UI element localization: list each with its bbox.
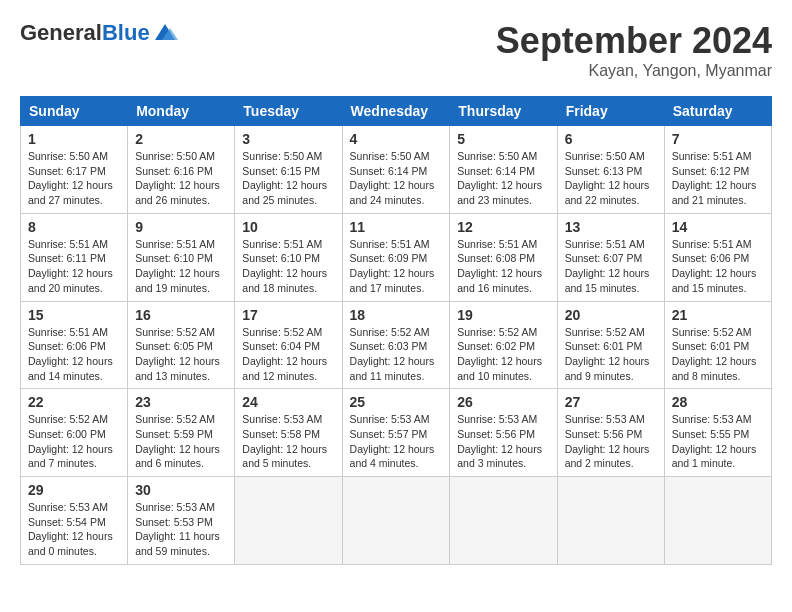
day-info: Sunrise: 5:53 AM Sunset: 5:55 PM Dayligh… (672, 412, 764, 471)
calendar-cell: 28Sunrise: 5:53 AM Sunset: 5:55 PM Dayli… (664, 389, 771, 477)
calendar-week-row: 29Sunrise: 5:53 AM Sunset: 5:54 PM Dayli… (21, 477, 772, 565)
day-info: Sunrise: 5:51 AM Sunset: 6:09 PM Dayligh… (350, 237, 443, 296)
day-number: 17 (242, 307, 334, 323)
day-number: 25 (350, 394, 443, 410)
day-info: Sunrise: 5:52 AM Sunset: 6:04 PM Dayligh… (242, 325, 334, 384)
calendar-cell: 25Sunrise: 5:53 AM Sunset: 5:57 PM Dayli… (342, 389, 450, 477)
calendar-cell: 27Sunrise: 5:53 AM Sunset: 5:56 PM Dayli… (557, 389, 664, 477)
day-info: Sunrise: 5:52 AM Sunset: 6:01 PM Dayligh… (672, 325, 764, 384)
logo-general-text: General (20, 20, 102, 46)
logo-blue-text: Blue (102, 20, 150, 46)
day-info: Sunrise: 5:52 AM Sunset: 6:02 PM Dayligh… (457, 325, 549, 384)
calendar-cell: 18Sunrise: 5:52 AM Sunset: 6:03 PM Dayli… (342, 301, 450, 389)
page-header: GeneralBlue September 2024 Kayan, Yangon… (20, 20, 772, 80)
calendar-table: SundayMondayTuesdayWednesdayThursdayFrid… (20, 96, 772, 565)
calendar-cell: 13Sunrise: 5:51 AM Sunset: 6:07 PM Dayli… (557, 213, 664, 301)
day-number: 19 (457, 307, 549, 323)
day-info: Sunrise: 5:50 AM Sunset: 6:15 PM Dayligh… (242, 149, 334, 208)
column-header-saturday: Saturday (664, 97, 771, 126)
day-info: Sunrise: 5:52 AM Sunset: 6:00 PM Dayligh… (28, 412, 120, 471)
day-number: 24 (242, 394, 334, 410)
day-number: 8 (28, 219, 120, 235)
calendar-cell: 10Sunrise: 5:51 AM Sunset: 6:10 PM Dayli… (235, 213, 342, 301)
day-number: 28 (672, 394, 764, 410)
location-title: Kayan, Yangon, Myanmar (496, 62, 772, 80)
day-info: Sunrise: 5:51 AM Sunset: 6:12 PM Dayligh… (672, 149, 764, 208)
calendar-cell: 20Sunrise: 5:52 AM Sunset: 6:01 PM Dayli… (557, 301, 664, 389)
day-number: 12 (457, 219, 549, 235)
calendar-header-row: SundayMondayTuesdayWednesdayThursdayFrid… (21, 97, 772, 126)
day-number: 15 (28, 307, 120, 323)
calendar-cell: 15Sunrise: 5:51 AM Sunset: 6:06 PM Dayli… (21, 301, 128, 389)
calendar-cell: 7Sunrise: 5:51 AM Sunset: 6:12 PM Daylig… (664, 126, 771, 214)
month-title: September 2024 (496, 20, 772, 62)
column-header-sunday: Sunday (21, 97, 128, 126)
day-number: 7 (672, 131, 764, 147)
day-info: Sunrise: 5:53 AM Sunset: 5:56 PM Dayligh… (457, 412, 549, 471)
title-area: September 2024 Kayan, Yangon, Myanmar (496, 20, 772, 80)
day-info: Sunrise: 5:51 AM Sunset: 6:06 PM Dayligh… (28, 325, 120, 384)
calendar-cell: 29Sunrise: 5:53 AM Sunset: 5:54 PM Dayli… (21, 477, 128, 565)
calendar-cell: 1Sunrise: 5:50 AM Sunset: 6:17 PM Daylig… (21, 126, 128, 214)
calendar-cell (450, 477, 557, 565)
column-header-tuesday: Tuesday (235, 97, 342, 126)
calendar-cell: 23Sunrise: 5:52 AM Sunset: 5:59 PM Dayli… (128, 389, 235, 477)
calendar-cell: 17Sunrise: 5:52 AM Sunset: 6:04 PM Dayli… (235, 301, 342, 389)
day-number: 22 (28, 394, 120, 410)
calendar-week-row: 1Sunrise: 5:50 AM Sunset: 6:17 PM Daylig… (21, 126, 772, 214)
day-info: Sunrise: 5:50 AM Sunset: 6:16 PM Dayligh… (135, 149, 227, 208)
day-number: 5 (457, 131, 549, 147)
logo: GeneralBlue (20, 20, 180, 46)
calendar-cell (557, 477, 664, 565)
day-number: 23 (135, 394, 227, 410)
day-number: 2 (135, 131, 227, 147)
day-info: Sunrise: 5:53 AM Sunset: 5:58 PM Dayligh… (242, 412, 334, 471)
day-number: 13 (565, 219, 657, 235)
day-info: Sunrise: 5:51 AM Sunset: 6:10 PM Dayligh… (242, 237, 334, 296)
calendar-cell: 2Sunrise: 5:50 AM Sunset: 6:16 PM Daylig… (128, 126, 235, 214)
calendar-cell: 14Sunrise: 5:51 AM Sunset: 6:06 PM Dayli… (664, 213, 771, 301)
day-number: 10 (242, 219, 334, 235)
day-info: Sunrise: 5:50 AM Sunset: 6:14 PM Dayligh… (350, 149, 443, 208)
calendar-cell (342, 477, 450, 565)
calendar-cell: 26Sunrise: 5:53 AM Sunset: 5:56 PM Dayli… (450, 389, 557, 477)
calendar-cell: 22Sunrise: 5:52 AM Sunset: 6:00 PM Dayli… (21, 389, 128, 477)
day-info: Sunrise: 5:53 AM Sunset: 5:53 PM Dayligh… (135, 500, 227, 559)
day-number: 6 (565, 131, 657, 147)
calendar-week-row: 15Sunrise: 5:51 AM Sunset: 6:06 PM Dayli… (21, 301, 772, 389)
day-info: Sunrise: 5:51 AM Sunset: 6:07 PM Dayligh… (565, 237, 657, 296)
calendar-cell: 11Sunrise: 5:51 AM Sunset: 6:09 PM Dayli… (342, 213, 450, 301)
calendar-cell (235, 477, 342, 565)
calendar-cell (664, 477, 771, 565)
day-number: 29 (28, 482, 120, 498)
day-number: 14 (672, 219, 764, 235)
day-info: Sunrise: 5:51 AM Sunset: 6:11 PM Dayligh… (28, 237, 120, 296)
day-number: 16 (135, 307, 227, 323)
calendar-week-row: 22Sunrise: 5:52 AM Sunset: 6:00 PM Dayli… (21, 389, 772, 477)
day-number: 30 (135, 482, 227, 498)
column-header-thursday: Thursday (450, 97, 557, 126)
day-number: 9 (135, 219, 227, 235)
column-header-wednesday: Wednesday (342, 97, 450, 126)
calendar-cell: 3Sunrise: 5:50 AM Sunset: 6:15 PM Daylig… (235, 126, 342, 214)
calendar-week-row: 8Sunrise: 5:51 AM Sunset: 6:11 PM Daylig… (21, 213, 772, 301)
day-number: 1 (28, 131, 120, 147)
day-info: Sunrise: 5:51 AM Sunset: 6:08 PM Dayligh… (457, 237, 549, 296)
day-number: 20 (565, 307, 657, 323)
day-info: Sunrise: 5:53 AM Sunset: 5:56 PM Dayligh… (565, 412, 657, 471)
day-number: 27 (565, 394, 657, 410)
calendar-cell: 4Sunrise: 5:50 AM Sunset: 6:14 PM Daylig… (342, 126, 450, 214)
day-info: Sunrise: 5:52 AM Sunset: 6:01 PM Dayligh… (565, 325, 657, 384)
calendar-cell: 30Sunrise: 5:53 AM Sunset: 5:53 PM Dayli… (128, 477, 235, 565)
calendar-cell: 21Sunrise: 5:52 AM Sunset: 6:01 PM Dayli… (664, 301, 771, 389)
day-number: 21 (672, 307, 764, 323)
day-info: Sunrise: 5:51 AM Sunset: 6:06 PM Dayligh… (672, 237, 764, 296)
day-info: Sunrise: 5:52 AM Sunset: 5:59 PM Dayligh… (135, 412, 227, 471)
day-number: 4 (350, 131, 443, 147)
logo-icon (150, 22, 180, 44)
calendar-cell: 5Sunrise: 5:50 AM Sunset: 6:14 PM Daylig… (450, 126, 557, 214)
day-info: Sunrise: 5:52 AM Sunset: 6:05 PM Dayligh… (135, 325, 227, 384)
column-header-monday: Monday (128, 97, 235, 126)
calendar-cell: 24Sunrise: 5:53 AM Sunset: 5:58 PM Dayli… (235, 389, 342, 477)
calendar-cell: 6Sunrise: 5:50 AM Sunset: 6:13 PM Daylig… (557, 126, 664, 214)
